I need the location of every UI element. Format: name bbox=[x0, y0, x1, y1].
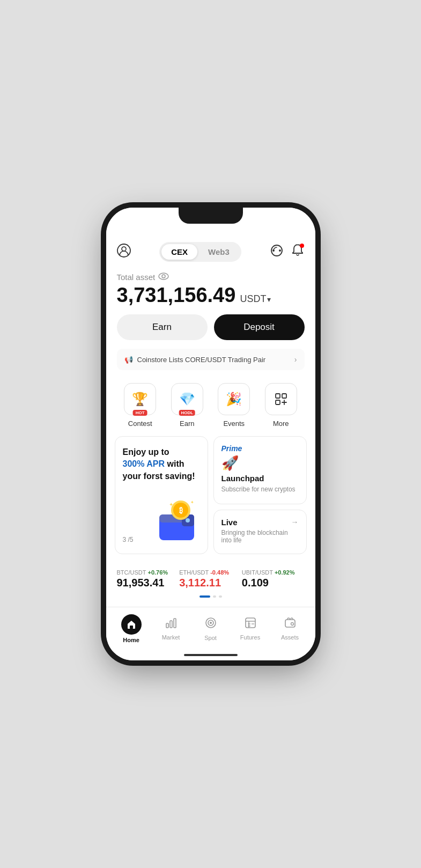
svg-rect-8 bbox=[276, 400, 280, 404]
ticker-eth-change: -0.48% bbox=[210, 569, 229, 576]
ticker-btc-price: 91,953.41 bbox=[117, 577, 180, 589]
asset-section: Total asset 3,731,156.49 USDT ▾ bbox=[106, 267, 315, 314]
ticker-btc-pair: BTC/USDT bbox=[117, 569, 146, 576]
nav-assets[interactable]: Assets bbox=[275, 617, 305, 641]
svg-rect-20 bbox=[130, 626, 133, 629]
announcement-text: Coinstore Lists CORE/USDT Trading Pair bbox=[137, 356, 266, 364]
svg-point-5 bbox=[162, 275, 165, 278]
quick-item-contest[interactable]: 🏆 HOT Contest bbox=[124, 383, 156, 428]
cards-grid: Enjoy up to 300% APR withyour forst savi… bbox=[115, 436, 307, 554]
ticker-ubit[interactable]: UBIT/USDT +0.92% 0.109 bbox=[242, 569, 305, 589]
live-subtitle: Bringing the blockchain into life bbox=[221, 529, 299, 544]
tab-switcher: CEX Web3 bbox=[159, 242, 241, 262]
announcement-banner[interactable]: 📢 Coinstore Lists CORE/USDT Trading Pair… bbox=[117, 349, 305, 370]
svg-text:₿: ₿ bbox=[179, 506, 182, 514]
quick-item-more[interactable]: More bbox=[265, 383, 297, 428]
home-icon bbox=[121, 614, 142, 635]
contest-badge: HOT bbox=[133, 410, 147, 416]
svg-point-2 bbox=[272, 249, 275, 252]
svg-point-34 bbox=[291, 622, 293, 625]
asset-amount-value: 3,731,156.49 bbox=[117, 284, 236, 307]
more-label: More bbox=[273, 420, 289, 428]
quick-item-events[interactable]: 🎉 Events bbox=[218, 383, 250, 428]
svg-point-14 bbox=[186, 518, 190, 523]
assets-icon bbox=[284, 617, 296, 632]
earn-button[interactable]: Earn bbox=[117, 314, 208, 340]
announcement-icon: 📢 bbox=[124, 356, 133, 364]
home-bar bbox=[184, 654, 238, 656]
svg-point-4 bbox=[159, 273, 168, 279]
launchpad-icon: 🚀 bbox=[221, 455, 299, 472]
launchpad-subtitle: Subscribe for new cryptos bbox=[221, 485, 299, 494]
launchpad-title: Launchpad bbox=[221, 474, 299, 483]
earn-label: Earn bbox=[180, 420, 194, 428]
earn-icon: 💎 HODL bbox=[171, 383, 203, 415]
earn-badge: HODL bbox=[179, 410, 195, 416]
nav-market[interactable]: Market bbox=[156, 617, 186, 641]
ticker-btc-change: +0.76% bbox=[148, 569, 168, 576]
bottom-nav: Home Market Spot bbox=[106, 607, 315, 650]
ticker-eth[interactable]: ETH/USDT -0.48% 3,112.11 bbox=[179, 569, 242, 589]
nav-spot-label: Spot bbox=[204, 635, 217, 641]
prime-label: Prime bbox=[221, 444, 299, 453]
ticker-eth-price: 3,112.11 bbox=[179, 577, 242, 589]
svg-rect-21 bbox=[166, 623, 168, 628]
svg-rect-23 bbox=[174, 619, 176, 628]
svg-text:✦: ✦ bbox=[169, 502, 173, 507]
tab-web3[interactable]: Web3 bbox=[198, 244, 239, 260]
support-icon[interactable] bbox=[270, 244, 284, 261]
nav-futures[interactable]: Futures bbox=[235, 617, 265, 641]
asset-label-text: Total asset bbox=[117, 273, 156, 282]
contest-icon: 🏆 HOT bbox=[124, 383, 156, 415]
ticker-eth-pair: ETH/USDT bbox=[179, 569, 209, 576]
quick-actions-bar: 🏆 HOT Contest 💎 HODL Earn 🎉 Events bbox=[106, 379, 315, 436]
ticker-ubit-price: 0.109 bbox=[242, 577, 305, 589]
scroll-indicator bbox=[106, 593, 315, 602]
dot-2 bbox=[213, 595, 216, 598]
events-label: Events bbox=[223, 420, 245, 428]
tab-cex[interactable]: CEX bbox=[161, 244, 197, 260]
dot-3 bbox=[219, 595, 222, 598]
nav-spot[interactable]: Spot bbox=[196, 616, 225, 641]
spot-icon bbox=[204, 616, 217, 632]
nav-futures-label: Futures bbox=[240, 634, 260, 641]
contest-label: Contest bbox=[128, 420, 152, 428]
more-icon bbox=[265, 383, 297, 415]
savings-card-text: Enjoy up to 300% APR withyour forst savi… bbox=[123, 446, 200, 482]
events-icon: 🎉 bbox=[218, 383, 250, 415]
svg-point-3 bbox=[279, 249, 281, 252]
live-card[interactable]: Live → Bringing the blockchain into life bbox=[213, 510, 307, 554]
ticker-ubit-change: +0.92% bbox=[275, 569, 295, 576]
market-ticker: BTC/USDT +0.76% 91,953.41 ETH/USDT -0.48… bbox=[106, 563, 315, 593]
live-arrow-icon: → bbox=[291, 518, 299, 526]
nav-home[interactable]: Home bbox=[116, 614, 146, 643]
live-title-text: Live bbox=[221, 518, 238, 527]
nav-assets-label: Assets bbox=[281, 634, 299, 641]
currency-dropdown-icon[interactable]: ▾ bbox=[267, 295, 271, 304]
launchpad-card[interactable]: Prime 🚀 Launchpad Subscribe for new cryp… bbox=[213, 436, 307, 504]
profile-icon[interactable] bbox=[117, 244, 131, 261]
svg-rect-7 bbox=[282, 394, 286, 398]
svg-point-1 bbox=[122, 247, 126, 251]
home-indicator bbox=[106, 650, 315, 660]
app-header: CEX Web3 bbox=[106, 234, 315, 267]
quick-item-earn[interactable]: 💎 HODL Earn bbox=[171, 383, 203, 428]
action-buttons: Earn Deposit bbox=[106, 314, 315, 349]
asset-currency-label: USDT bbox=[240, 293, 266, 305]
futures-icon bbox=[245, 617, 256, 632]
notification-icon[interactable] bbox=[291, 244, 304, 261]
nav-market-label: Market bbox=[162, 634, 180, 641]
savings-card[interactable]: Enjoy up to 300% APR withyour forst savi… bbox=[115, 436, 208, 554]
coin-illustration: ₿ ✦ ✦ bbox=[154, 498, 202, 546]
eye-icon[interactable] bbox=[158, 273, 169, 282]
market-icon bbox=[165, 617, 178, 632]
deposit-button[interactable]: Deposit bbox=[214, 314, 305, 340]
dot-1 bbox=[200, 595, 210, 598]
ticker-btc[interactable]: BTC/USDT +0.76% 91,953.41 bbox=[117, 569, 180, 589]
svg-point-26 bbox=[210, 622, 212, 624]
svg-text:✦: ✦ bbox=[190, 500, 194, 505]
svg-rect-6 bbox=[276, 394, 280, 398]
card-pagination: 3 /5 bbox=[123, 536, 134, 543]
svg-rect-22 bbox=[170, 621, 172, 628]
announcement-arrow-icon: › bbox=[294, 355, 297, 364]
